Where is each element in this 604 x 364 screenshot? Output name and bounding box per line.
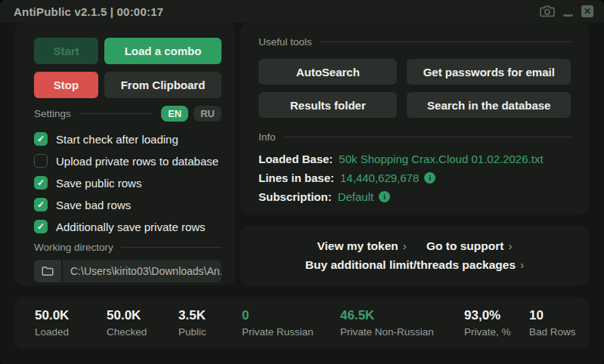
link-label: Go to support	[426, 239, 503, 253]
checkbox-box[interactable]: ✓	[34, 220, 48, 233]
load-combo-button[interactable]: Load a combo	[104, 38, 221, 64]
checkbox-box[interactable]: ✓	[34, 198, 48, 211]
checkbox-box[interactable]: ✓	[34, 176, 48, 190]
links-panel: View my token › Go to support › Buy addi…	[240, 226, 589, 285]
window-controls: ✕	[540, 5, 593, 17]
checkbox-save-bad-rows[interactable]: ✓ Save bad rows	[34, 197, 221, 212]
stat-label: Private, %	[464, 326, 529, 338]
tools-grid: AutoSearch Get passwords for email Resul…	[259, 59, 571, 118]
loaded-base-label: Loaded Base:	[259, 153, 333, 165]
subscription-label: Subscription:	[259, 190, 332, 203]
check-icon: ✓	[37, 222, 45, 231]
stat-value: 50.0K	[35, 308, 107, 323]
useful-tools-header: Useful tools	[259, 36, 571, 48]
checkbox-label: Upload private rows to database	[56, 155, 218, 168]
screenshot-camera-icon[interactable]	[540, 5, 555, 17]
stat-value: 3.5K	[178, 308, 242, 323]
lines-in-base-value: 14,440,629,678	[340, 171, 419, 184]
minimize-icon[interactable]	[563, 7, 573, 17]
tools-info-panel: Useful tools AutoSearch Get passwords fo…	[240, 23, 589, 215]
results-folder-button[interactable]: Results folder	[259, 92, 397, 118]
lines-in-base-label: Lines in base:	[259, 171, 334, 184]
stat-label: Private Russian	[242, 326, 340, 338]
stat-label: Loaded	[35, 326, 107, 338]
app-window: AntiPublic v2.1.5 | 00:00:17 ✕ Start Loa…	[0, 0, 604, 364]
get-passwords-for-email-button[interactable]: Get passwords for email	[407, 59, 571, 85]
language-toggle-en[interactable]: EN	[161, 106, 188, 122]
working-directory-label: Working directory	[34, 242, 113, 253]
stat-checked: 50.0K Checked	[107, 308, 178, 338]
stat-value: 10	[529, 308, 576, 323]
subscription-value: Default	[338, 190, 374, 203]
checkbox-box[interactable]: ✓	[34, 154, 48, 168]
divider-line	[121, 247, 221, 248]
stat-label: Bad Rows	[529, 326, 576, 338]
loaded-base-row: Loaded Base: 50k Shopping Crax.Cloud 01.…	[259, 150, 571, 168]
chevron-right-icon: ›	[508, 239, 512, 253]
stat-label: Private Non-Russian	[340, 326, 464, 338]
stat-label: Public	[178, 326, 242, 338]
checkbox-upload-private-rows[interactable]: ✓ Upload private rows to database	[34, 153, 221, 168]
chevron-right-icon: ›	[520, 258, 524, 272]
working-directory-path[interactable]: C:\Users\kirito03\Downloads\An...	[63, 260, 221, 282]
stats-bar: 50.0K Loaded 50.0K Checked 3.5K Public 0…	[15, 297, 589, 349]
checkbox-label: Additionally save private rows	[56, 221, 206, 233]
control-panel: Start Load a combo Stop From Clipboard S…	[15, 23, 235, 285]
stat-label: Checked	[107, 326, 178, 338]
close-icon[interactable]: ✕	[581, 5, 593, 17]
checkbox-label: Save bad rows	[56, 199, 131, 211]
chevron-right-icon: ›	[403, 239, 407, 253]
go-to-support-link[interactable]: Go to support ›	[426, 239, 513, 253]
checkbox-label: Save public rows	[56, 177, 141, 190]
stat-loaded: 50.0K Loaded	[35, 308, 107, 338]
info-label: Info	[259, 131, 276, 143]
settings-header: Settings EN RU	[34, 106, 221, 122]
subscription-row: Subscription: Default i	[259, 187, 571, 206]
stat-bad-rows: 10 Bad Rows	[529, 308, 576, 338]
divider-line	[283, 137, 571, 137]
info-list: Loaded Base: 50k Shopping Crax.Cloud 01.…	[259, 150, 571, 206]
link-label: Buy additional limit/threads packages	[305, 258, 516, 272]
language-toggle-ru[interactable]: RU	[194, 106, 221, 122]
loaded-base-value: 50k Shopping Crax.Cloud 01.02.2026.txt	[339, 153, 543, 165]
check-icon: ✓	[37, 178, 45, 187]
stat-value: 50.0K	[107, 308, 178, 323]
search-in-database-button[interactable]: Search in the database	[407, 92, 571, 118]
check-icon: ✓	[37, 134, 45, 143]
stat-private-percent: 93,0% Private, %	[464, 308, 529, 338]
stop-button[interactable]: Stop	[34, 72, 98, 98]
working-directory-header: Working directory	[34, 242, 221, 253]
stat-value: 93,0%	[464, 308, 529, 323]
working-directory-field: C:\Users\kirito03\Downloads\An...	[34, 260, 221, 282]
info-icon[interactable]: i	[424, 172, 435, 184]
start-button[interactable]: Start	[34, 38, 98, 64]
lines-in-base-row: Lines in base: 14,440,629,678 i	[259, 168, 571, 187]
from-clipboard-button[interactable]: From Clipboard	[104, 72, 221, 98]
buy-packages-link[interactable]: Buy additional limit/threads packages ›	[305, 258, 524, 272]
link-label: View my token	[317, 239, 398, 253]
app-title: AntiPublic v2.1.5 | 00:00:17	[14, 5, 163, 18]
useful-tools-label: Useful tools	[259, 36, 312, 48]
checkbox-start-check-after-loading[interactable]: ✓ Start check after loading	[34, 131, 221, 147]
settings-checkbox-list: ✓ Start check after loading ✓ Upload pri…	[34, 131, 221, 234]
stat-private-non-russian: 46.5K Private Non-Russian	[340, 308, 464, 338]
checkbox-label: Start check after loading	[56, 133, 178, 146]
autosearch-button[interactable]: AutoSearch	[259, 59, 397, 85]
checkbox-box[interactable]: ✓	[34, 132, 48, 146]
stat-value: 0	[242, 308, 340, 323]
stat-value: 46.5K	[340, 308, 464, 323]
checkbox-save-public-rows[interactable]: ✓ Save public rows	[34, 175, 221, 190]
stat-private-russian: 0 Private Russian	[242, 308, 340, 338]
info-icon[interactable]: i	[379, 191, 390, 202]
divider-line	[320, 42, 571, 42]
checkbox-additionally-save-private-rows[interactable]: ✓ Additionally save private rows	[34, 219, 221, 234]
divider-line	[79, 113, 152, 114]
folder-icon[interactable]	[34, 260, 61, 282]
view-my-token-link[interactable]: View my token ›	[317, 239, 407, 253]
check-icon: ✓	[37, 200, 45, 209]
titlebar: AntiPublic v2.1.5 | 00:00:17 ✕	[0, 0, 604, 23]
info-header: Info	[259, 131, 571, 143]
settings-label: Settings	[34, 108, 71, 119]
stat-public: 3.5K Public	[178, 308, 242, 338]
